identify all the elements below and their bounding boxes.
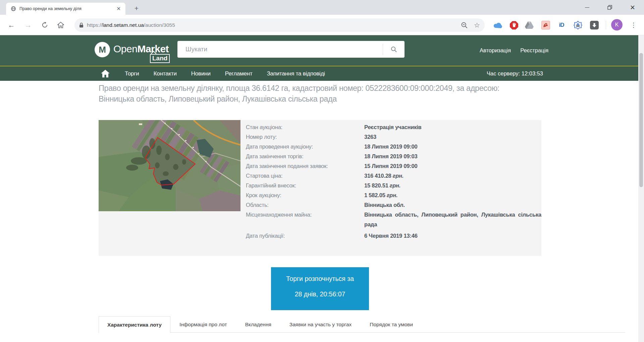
nav-item-kontakty[interactable]: Контакти xyxy=(154,70,177,77)
satellite-map-image[interactable] xyxy=(99,120,240,211)
id-extension-icon[interactable]: iD xyxy=(557,20,566,30)
browser-menu-icon[interactable]: ⋮ xyxy=(630,19,638,31)
nav-item-novyny[interactable]: Новини xyxy=(191,70,211,77)
browser-titlebar: Право оренди на земельну діля ✕ + ✕ xyxy=(0,0,644,15)
download-arrow-icon xyxy=(590,21,599,30)
tab-lot-info[interactable]: Інформація про лот xyxy=(170,316,236,332)
nav-items: Торги Контакти Новини Регламент Запитанн… xyxy=(125,66,325,81)
globe-favicon-icon xyxy=(11,6,16,11)
detail-row: Дата закінчення торгів:18 Липня 2019 09:… xyxy=(246,153,541,160)
search-button[interactable] xyxy=(383,41,405,58)
detail-row: Стартова ціна:316 410.28грн. xyxy=(246,172,541,179)
browser-addressbar: ← → https://land.setam.net.ua/auction/30… xyxy=(0,15,644,35)
tab-title: Право оренди на земельну діля xyxy=(19,6,115,11)
reload-button[interactable] xyxy=(38,15,51,35)
detail-row: Гарантійний внесок:15 820.51грн. xyxy=(246,182,541,189)
zoom-out-icon[interactable] xyxy=(461,22,468,29)
url-host: land.setam.net.ua xyxy=(103,22,144,28)
badge-extension-icon[interactable] xyxy=(573,20,583,30)
pdf-extension-icon[interactable] xyxy=(541,20,550,30)
forward-button[interactable]: → xyxy=(21,15,35,35)
openmarket-logo-icon[interactable]: M xyxy=(95,42,110,57)
server-time: Час серверу: 12:03:53 xyxy=(487,66,543,81)
nav-item-torgy[interactable]: Торги xyxy=(125,70,139,77)
detail-row: Дата закінчення подання заявок:15 Липня … xyxy=(246,163,541,169)
land-badge: Land xyxy=(150,54,170,63)
tab-characteristics[interactable]: Характеристика лоту xyxy=(99,316,170,333)
search-input[interactable] xyxy=(177,46,383,53)
home-nav-icon xyxy=(101,69,110,78)
detail-row: Номер лоту:3263 xyxy=(246,133,541,140)
cloud-extension-icon[interactable] xyxy=(493,20,502,30)
bookmark-star-icon[interactable]: ☆ xyxy=(474,21,480,29)
url-bar[interactable]: https://land.setam.net.ua/auction/3055 ☆ xyxy=(74,18,485,32)
browser-tab[interactable]: Право оренди на земельну діля ✕ xyxy=(6,3,125,15)
openmarket-logo-text[interactable]: OpenMarket xyxy=(113,43,169,55)
toolbar-separator xyxy=(606,21,606,30)
detail-row: Крок аукціону:1 582.05грн. xyxy=(246,192,541,198)
auth-links: Авторизація Реєстрація xyxy=(480,35,548,66)
pdf-icon xyxy=(541,21,550,30)
page-title: Право оренди на земельну ділянку, площа … xyxy=(99,83,526,104)
download-extension-icon[interactable] xyxy=(590,20,599,30)
tab-terms[interactable]: Порядок та умови xyxy=(361,316,422,332)
detail-row: Область:Вінницька обл. xyxy=(246,202,541,208)
restore-icon xyxy=(607,5,612,10)
auction-countdown: Торги розпочнуться за 28 днів, 20:56:07 xyxy=(271,267,369,310)
tab-attachments[interactable]: Вкладення xyxy=(236,316,280,332)
search-box xyxy=(177,41,405,58)
login-link[interactable]: Авторизація xyxy=(480,47,511,54)
countdown-label: Торги розпочнуться за xyxy=(271,275,369,283)
home-button[interactable] xyxy=(54,15,67,35)
tab-close-icon[interactable]: ✕ xyxy=(115,6,122,12)
countdown-timer: 28 днів, 20:56:07 xyxy=(271,290,369,298)
tab-applications[interactable]: Заявки на участь у торгах xyxy=(280,316,361,332)
nav-home-button[interactable] xyxy=(101,69,110,79)
profile-avatar[interactable]: K xyxy=(611,19,623,31)
search-icon xyxy=(391,46,397,53)
site-header: M OpenMarket Land Авторизація Реєстрація xyxy=(0,35,638,66)
window-controls: ✕ xyxy=(576,0,644,15)
home-icon xyxy=(57,22,64,28)
window-minimize-button[interactable] xyxy=(576,0,598,15)
lot-details: Стан аукціона:Реєстрація учасників Номер… xyxy=(246,124,541,239)
url-path: /auction/3055 xyxy=(144,22,175,28)
url-text: https://land.setam.net.ua/auction/3055 xyxy=(87,22,175,28)
detail-row: Дата публікації:6 Червня 2019 13:46 xyxy=(246,232,541,239)
window-close-button[interactable]: ✕ xyxy=(621,0,644,15)
register-link[interactable]: Реєстрація xyxy=(520,47,548,54)
window-restore-button[interactable] xyxy=(598,0,621,15)
main-navbar: Торги Контакти Новини Регламент Запитанн… xyxy=(0,66,638,81)
url-scheme: https:// xyxy=(87,22,103,28)
new-tab-button[interactable]: + xyxy=(131,4,142,13)
adblock-extension-icon[interactable] xyxy=(509,20,519,30)
lot-tabs: Характеристика лоту Інформація про лот В… xyxy=(99,316,625,333)
nav-item-faq[interactable]: Запитання та відповіді xyxy=(267,70,325,77)
detail-row: Дата проведення аукціону:18 Липня 2019 0… xyxy=(246,143,541,150)
reload-icon xyxy=(42,22,48,28)
lock-icon xyxy=(79,22,84,28)
lot-summary-panel: Стан аукціона:Реєстрація учасників Номер… xyxy=(99,120,541,256)
back-button[interactable]: ← xyxy=(5,15,18,35)
scrollbar-thumb[interactable] xyxy=(639,53,643,187)
page-scrollbar[interactable] xyxy=(638,35,644,342)
drive-extension-icon[interactable] xyxy=(525,20,534,30)
nav-item-reglament[interactable]: Регламент xyxy=(225,70,253,77)
detail-row: Стан аукціона:Реєстрація учасників xyxy=(246,124,541,130)
detail-row: Місцезнаходження майна:Вінницька область… xyxy=(246,211,541,229)
minimize-icon xyxy=(585,7,589,8)
